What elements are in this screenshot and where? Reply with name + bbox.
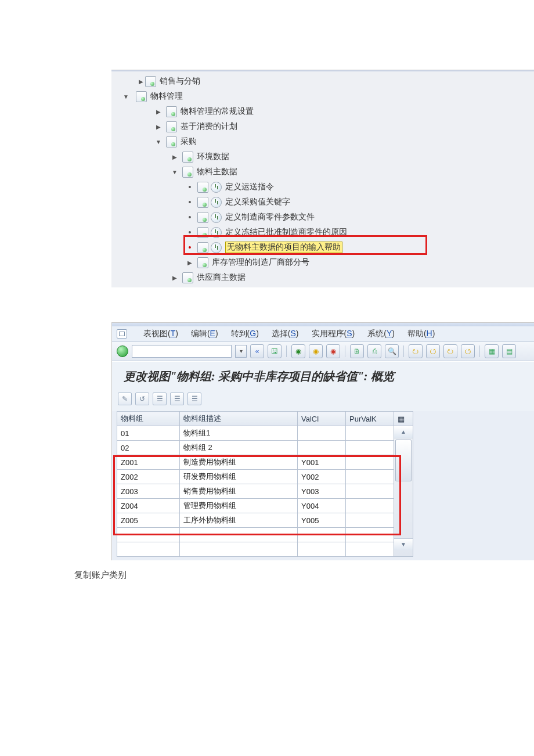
find-next-button[interactable]: 🔍	[385, 344, 399, 358]
select-all-button[interactable]: ☰	[153, 393, 167, 405]
separator	[479, 345, 480, 357]
prev-page-button[interactable]: ⭯	[426, 344, 440, 358]
tree-label: 采购	[181, 136, 197, 147]
col-valcl[interactable]: ValCl	[298, 412, 346, 426]
expand-icon[interactable]	[154, 124, 163, 130]
tree-leaf-shipping[interactable]: 定义运送指令	[111, 179, 534, 195]
command-field[interactable]	[132, 345, 232, 358]
tree-node-matmaster[interactable]: 物料主数据	[111, 164, 534, 179]
folder-icon	[197, 257, 208, 268]
tree-leaf-purchval[interactable]: 定义采购值关键字	[111, 195, 534, 210]
activity-icon	[197, 227, 208, 238]
menu-help[interactable]: 帮助(H)	[407, 329, 435, 339]
tree-label: 物料管理的常规设置	[181, 106, 254, 117]
execute-icon[interactable]	[211, 242, 222, 253]
tree-leaf-entry-help[interactable]: 无物料主数据的项目的输入帮助	[111, 240, 534, 255]
save-button[interactable]: 🖫	[268, 344, 282, 358]
undo-button[interactable]: ↺	[135, 393, 149, 405]
execute-icon[interactable]	[211, 182, 222, 193]
menu-edit[interactable]: 编辑(E)	[191, 329, 218, 339]
next-page-button[interactable]: ⭮	[443, 344, 457, 358]
data-table[interactable]: 物料组 物料组描述 ValCl PurValK ▦ 01物料组1▲▼ 02物料组…	[117, 411, 413, 557]
table-row[interactable]	[117, 542, 413, 557]
back-button[interactable]: «	[250, 344, 264, 358]
print-button[interactable]: 🗎	[350, 344, 364, 358]
new-session-button[interactable]: ▦	[485, 344, 499, 358]
collapse-icon[interactable]	[171, 169, 179, 175]
tree-node-mm[interactable]: 物料管理	[111, 89, 534, 104]
vertical-scrollbar[interactable]: ▲▼	[394, 426, 413, 557]
configure-columns-icon[interactable]: ▦	[394, 412, 413, 426]
expand-icon[interactable]	[154, 109, 163, 115]
table-header-row: 物料组 物料组描述 ValCl PurValK ▦	[117, 412, 413, 426]
execute-icon[interactable]	[211, 227, 222, 238]
activity-icon	[197, 197, 208, 208]
first-page-button[interactable]: ⭮	[409, 344, 423, 358]
collapse-icon[interactable]	[122, 93, 130, 100]
menu-table-view[interactable]: 表视图(T)	[143, 329, 178, 339]
table-row[interactable]: Z005工序外协物料组Y005	[117, 513, 413, 528]
nav-cancel-button[interactable]: ◉	[326, 344, 340, 358]
tree-node-purchasing[interactable]: 采购	[111, 134, 534, 149]
execute-icon[interactable]	[211, 212, 222, 223]
folder-icon	[166, 106, 177, 117]
table-row[interactable]: Z003销售费用物料组Y003	[117, 484, 413, 499]
enter-button[interactable]	[117, 345, 128, 357]
nav-exit-button[interactable]: ◉	[309, 344, 323, 358]
menu-system[interactable]: 系统(Y)	[367, 329, 395, 339]
table-row[interactable]: Z001制造费用物料组Y001	[117, 455, 413, 470]
scroll-down-arrow[interactable]: ▼	[394, 538, 413, 550]
tree-label: 基于消费的计划	[181, 121, 237, 132]
deselect-all-button[interactable]: ☰	[170, 393, 184, 405]
folder-icon	[166, 121, 177, 132]
command-dropdown[interactable]: ▾	[235, 345, 247, 358]
figure-caption: 复制账户类别	[74, 570, 534, 581]
scroll-up-arrow[interactable]: ▲	[394, 426, 413, 438]
expand-icon[interactable]	[137, 78, 145, 85]
bullet-icon	[186, 229, 194, 235]
change-button[interactable]: ✎	[118, 393, 132, 405]
tree-node-vendor[interactable]: 供应商主数据	[111, 270, 534, 285]
separator	[345, 345, 345, 357]
table-row[interactable]: Z002研发费用物料组Y002	[117, 470, 413, 484]
execute-icon[interactable]	[211, 197, 222, 208]
expand-icon[interactable]	[186, 260, 194, 266]
tree-node-general[interactable]: 物料管理的常规设置	[111, 104, 534, 119]
col-purvalk[interactable]: PurValK	[346, 412, 394, 426]
separator	[286, 345, 287, 357]
window-menu-icon[interactable]	[117, 329, 127, 339]
tree-node-cbp[interactable]: 基于消费的计划	[111, 119, 534, 134]
col-description[interactable]: 物料组描述	[180, 412, 298, 426]
tree-node-mpn-stock[interactable]: 库存管理的制造厂商部分号	[111, 255, 534, 270]
table-row[interactable]	[117, 528, 413, 542]
col-material-group[interactable]: 物料组	[117, 412, 180, 426]
tree-node-env[interactable]: 环境数据	[111, 149, 534, 164]
tree-leaf-freeze-reason[interactable]: 定义冻结已批准制造商零件的原因	[111, 225, 534, 240]
layout-button[interactable]: ▤	[502, 344, 516, 358]
folder-icon	[145, 76, 156, 87]
last-page-button[interactable]: ⭯	[461, 344, 475, 358]
tree-label: 物料主数据	[197, 167, 237, 177]
separator	[403, 345, 404, 357]
nav-back-button[interactable]: ◉	[291, 344, 305, 358]
select-block-button[interactable]: ☰	[187, 393, 201, 405]
tree-node-sales[interactable]: 销售与分销	[111, 74, 534, 89]
application-toolbar: ✎ ↺ ☰ ☰ ☰	[112, 390, 534, 411]
activity-icon	[197, 242, 208, 253]
expand-icon[interactable]	[171, 154, 179, 160]
find-button[interactable]: ⎙	[367, 344, 381, 358]
menu-util[interactable]: 实用程序(S)	[312, 329, 355, 339]
folder-icon	[182, 272, 193, 283]
scroll-thumb[interactable]	[395, 440, 412, 481]
bullet-icon	[186, 214, 194, 220]
img-tree: 销售与分销 物料管理 物料管理的常规设置 基于消费的计划 采购	[111, 71, 534, 287]
menu-goto[interactable]: 转到(G)	[231, 329, 259, 339]
collapse-icon[interactable]	[154, 139, 163, 145]
expand-icon[interactable]	[171, 275, 179, 281]
table-row[interactable]: 01物料组1▲▼	[117, 426, 413, 441]
table-row[interactable]: 02物料组 2	[117, 441, 413, 455]
menu-select[interactable]: 选择(S)	[272, 329, 299, 339]
table-row[interactable]: Z004管理费用物料组Y004	[117, 499, 413, 513]
tree-leaf-mpn-profile[interactable]: 定义制造商零件参数文件	[111, 210, 534, 225]
tree-label: 定义冻结已批准制造商零件的原因	[225, 227, 347, 237]
